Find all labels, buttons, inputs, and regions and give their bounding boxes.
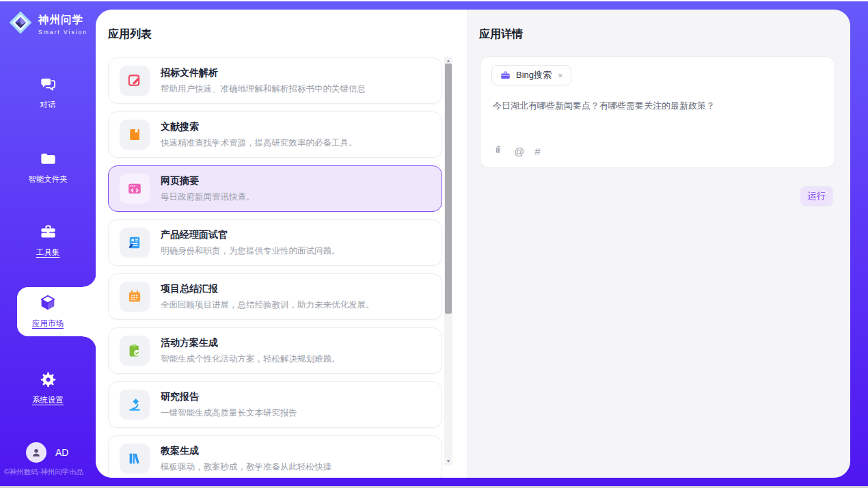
scrollbar-thumb[interactable]	[445, 64, 452, 314]
brand-subtitle: Smart Vision	[38, 29, 87, 36]
app-icon-chip	[120, 282, 150, 312]
toolbox-icon	[39, 223, 57, 244]
app-desc: 一键智能生成高质量长文本研究报告	[161, 407, 297, 419]
mention-icon[interactable]: @	[514, 146, 524, 157]
app-title: 文献搜索	[161, 121, 357, 133]
resume-icon	[126, 234, 143, 251]
app-detail-title: 应用详情	[479, 27, 523, 42]
app-title: 招标文件解析	[161, 67, 366, 79]
scrollbar-down-arrow[interactable]: ▼	[444, 457, 452, 465]
app-desc: 帮助用户快速、准确地理解和解析招标书中的关键信息	[161, 83, 366, 95]
calendar-icon	[126, 288, 143, 305]
sidebar-item-app-market[interactable]: 应用市场	[0, 293, 96, 329]
document-edit-icon	[126, 72, 143, 89]
brand-logo: 神州问学 Smart Vision	[0, 10, 96, 38]
app-card-web-summary[interactable]: 网页摘要 每日政府新闻资讯快查。	[108, 165, 442, 212]
bump-bottom-fillet	[83, 336, 96, 350]
app-icon-chip	[120, 390, 150, 420]
app-list-title: 应用列表	[108, 27, 152, 42]
clipboard-check-icon	[126, 342, 143, 359]
app-icon-chip	[120, 336, 150, 366]
app-icon-chip	[120, 120, 150, 150]
app-card-event-plan[interactable]: 活动方案生成 智能生成个性化活动方案，轻松解决规划难题。	[108, 327, 442, 374]
app-card-project-summary[interactable]: 项目总结汇报 全面回顾项目进展，总结经验教训，助力未来优化发展。	[108, 273, 442, 320]
hash-icon[interactable]: #	[534, 146, 540, 157]
window-top-edge	[0, 0, 868, 1]
user-avatar-icon	[30, 446, 42, 459]
app-icon-chip	[120, 174, 150, 204]
app-desc: 快速精准查找学术资源，提高研究效率的必备工具。	[161, 137, 357, 149]
books-icon	[126, 450, 143, 467]
copyright-text: ©神州数码·神州问学出品	[4, 467, 100, 477]
sidebar-item-label: 工具集	[36, 247, 60, 258]
app-desc: 全面回顾项目进展，总结经验教训，助力未来优化发展。	[161, 299, 375, 311]
app-title: 产品经理面试官	[161, 229, 340, 241]
tool-tag-bing-search[interactable]: Bing搜索 ×	[491, 65, 571, 85]
app-title: 教案生成	[161, 445, 331, 457]
briefcase-icon	[500, 70, 511, 81]
user-account[interactable]: AD	[26, 442, 68, 463]
run-button[interactable]: 运行	[800, 186, 833, 206]
brand-name: 神州问学	[38, 13, 87, 27]
app-title: 网页摘要	[161, 175, 255, 187]
browser-code-icon	[126, 180, 143, 197]
sidebar-item-label: 系统设置	[32, 395, 64, 405]
diamond-logo-icon	[8, 10, 33, 38]
app-list-scrollbar[interactable]: ▲ ▼	[444, 57, 452, 465]
app-title: 项目总结汇报	[161, 283, 375, 295]
sidebar-item-label: 对话	[40, 100, 56, 110]
sidebar-item-label: 智能文件夹	[28, 174, 68, 185]
app-desc: 明确身份和职责，为您提供专业性的面试问题。	[161, 245, 340, 257]
app-card-bid-analysis[interactable]: 招标文件解析 帮助用户快速、准确地理解和解析招标书中的关键信息	[108, 57, 442, 104]
app-desc: 模板驱动，教案秒成，教学准备从此轻松快捷	[161, 461, 331, 473]
user-label: AD	[55, 447, 68, 458]
book-icon	[126, 126, 143, 143]
tag-close-icon[interactable]: ×	[558, 70, 563, 81]
cube-icon	[38, 293, 57, 315]
app-icon-chip	[120, 66, 150, 96]
gear-icon	[39, 370, 57, 392]
sidebar-item-smart-folder[interactable]: 智能文件夹	[0, 150, 96, 185]
sidebar-item-settings[interactable]: 系统设置	[0, 370, 96, 405]
app-icon-chip	[120, 444, 150, 474]
chat-icon	[39, 75, 57, 96]
tool-tag-label: Bing搜索	[516, 69, 552, 81]
sidebar-item-chat[interactable]: 对话	[0, 75, 96, 110]
app-title: 活动方案生成	[161, 337, 340, 349]
app-detail-panel: 应用详情 Bing搜索 × 今日湖北有哪些新闻要点？有哪些需要关注的最新政策？	[467, 10, 850, 478]
sidebar-item-label: 应用市场	[32, 318, 64, 329]
avatar[interactable]	[26, 442, 46, 463]
attachment-icon[interactable]	[493, 144, 504, 159]
prompt-composer-card[interactable]: Bing搜索 × 今日湖北有哪些新闻要点？有哪些需要关注的最新政策？ @ #	[480, 56, 835, 168]
sidebar-item-toolset[interactable]: 工具集	[0, 223, 96, 258]
app-desc: 智能生成个性化活动方案，轻松解决规划难题。	[161, 353, 340, 365]
app-card-pm-interviewer[interactable]: 产品经理面试官 明确身份和职责，为您提供专业性的面试问题。	[108, 219, 442, 266]
folder-icon	[39, 150, 57, 171]
bump-top-fillet	[83, 273, 96, 287]
app-card-literature-search[interactable]: 文献搜索 快速精准查找学术资源，提高研究效率的必备工具。	[108, 111, 442, 158]
app-desc: 每日政府新闻资讯快查。	[161, 191, 255, 203]
app-window: 神州问学 Smart Vision 对话 智能文件夹	[0, 0, 868, 488]
microscope-icon	[126, 396, 143, 413]
app-title: 研究报告	[161, 391, 297, 403]
query-text[interactable]: 今日湖北有哪些新闻要点？有哪些需要关注的最新政策？	[493, 99, 822, 113]
app-list-panel: 应用列表 招标文件解析 帮助用户快速、准确地理解和解析招标书中的关键信息	[96, 10, 467, 478]
app-card-lesson-plan[interactable]: 教案生成 模板驱动，教案秒成，教学准备从此轻松快捷	[108, 435, 442, 478]
app-card-research-report[interactable]: 研究报告 一键智能生成高质量长文本研究报告	[108, 381, 442, 428]
app-icon-chip	[120, 228, 150, 258]
